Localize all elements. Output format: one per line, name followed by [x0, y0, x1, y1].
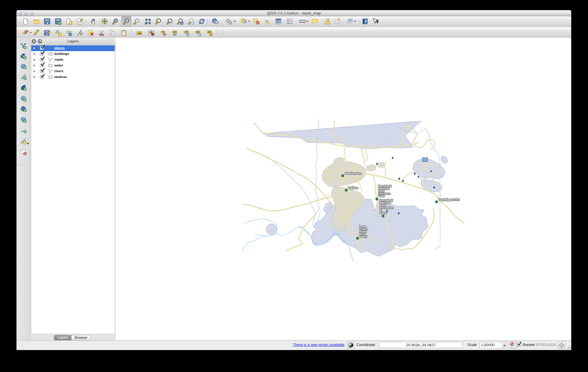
svg-text:ab: ab — [162, 31, 164, 33]
svg-text:,: , — [21, 127, 23, 133]
svg-text:Buffeljagsrivier: Buffeljagsrivier — [439, 198, 460, 201]
svg-text:Swellendam: Swellendam — [345, 172, 362, 175]
svg-text:?: ? — [365, 19, 367, 24]
svg-text:abc: abc — [196, 31, 200, 33]
svg-text:Railton: Railton — [348, 186, 358, 189]
svg-text:1:1: 1:1 — [136, 20, 138, 22]
svg-text:BontebokNationalParkEntranceGa: BontebokNationalParkEntranceGate — [378, 185, 392, 198]
svg-text:abc: abc — [208, 31, 211, 33]
svg-text:?: ? — [376, 19, 378, 24]
svg-text:ab: ab — [150, 31, 152, 33]
svg-text:abc: abc — [137, 32, 142, 35]
svg-text:abc: abc — [185, 31, 188, 33]
svg-text:T: T — [349, 19, 351, 22]
svg-text:abc: abc — [173, 31, 177, 33]
